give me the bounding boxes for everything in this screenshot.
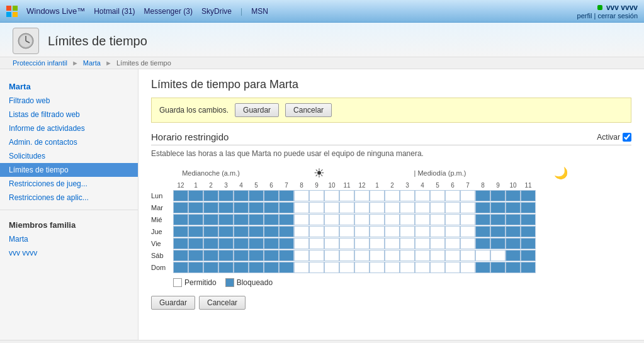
cell-2-13[interactable] xyxy=(370,214,385,225)
cell-3-6[interactable] xyxy=(264,226,279,237)
cell-5-4[interactable] xyxy=(234,250,249,261)
cell-1-3[interactable] xyxy=(218,202,234,213)
cell-5-18[interactable] xyxy=(445,250,460,261)
cell-0-9[interactable] xyxy=(309,190,324,201)
cell-3-21[interactable] xyxy=(490,226,506,237)
cell-1-23[interactable] xyxy=(521,202,536,213)
cell-2-3[interactable] xyxy=(218,214,234,225)
cell-2-17[interactable] xyxy=(430,214,445,225)
cell-1-10[interactable] xyxy=(324,202,339,213)
topbar-messenger[interactable]: Messenger (3) xyxy=(144,7,193,16)
cell-4-17[interactable] xyxy=(430,238,445,249)
cell-0-18[interactable] xyxy=(445,190,460,201)
cell-5-6[interactable] xyxy=(264,250,279,261)
topbar-hotmail[interactable]: Hotmail (31) xyxy=(94,7,135,16)
cell-1-9[interactable] xyxy=(309,202,324,213)
cell-4-9[interactable] xyxy=(309,238,324,249)
cell-6-8[interactable] xyxy=(294,262,309,273)
cell-6-22[interactable] xyxy=(506,262,521,273)
cell-2-16[interactable] xyxy=(415,214,430,225)
cell-0-7[interactable] xyxy=(279,190,294,201)
cell-4-8[interactable] xyxy=(294,238,309,249)
cell-0-12[interactable] xyxy=(354,190,370,201)
cell-5-14[interactable] xyxy=(385,250,400,261)
cell-6-11[interactable] xyxy=(339,262,354,273)
cell-5-1[interactable] xyxy=(188,250,203,261)
cell-6-18[interactable] xyxy=(445,262,460,273)
cell-1-17[interactable] xyxy=(430,202,445,213)
cell-6-14[interactable] xyxy=(385,262,400,273)
cell-4-20[interactable] xyxy=(475,238,490,249)
cell-6-5[interactable] xyxy=(249,262,264,273)
cell-2-5[interactable] xyxy=(249,214,264,225)
cell-2-6[interactable] xyxy=(264,214,279,225)
cell-5-5[interactable] xyxy=(249,250,264,261)
cell-3-8[interactable] xyxy=(294,226,309,237)
cell-3-12[interactable] xyxy=(354,226,370,237)
sidebar-member-vvv[interactable]: vvv vvvv xyxy=(0,246,138,260)
cell-2-7[interactable] xyxy=(279,214,294,225)
cell-4-2[interactable] xyxy=(203,238,218,249)
cell-3-3[interactable] xyxy=(218,226,234,237)
cell-2-18[interactable] xyxy=(445,214,460,225)
cell-5-2[interactable] xyxy=(203,250,218,261)
cell-1-2[interactable] xyxy=(203,202,218,213)
perfil-link[interactable]: perfil xyxy=(577,12,592,20)
cell-1-5[interactable] xyxy=(249,202,264,213)
cell-0-17[interactable] xyxy=(430,190,445,201)
cell-0-19[interactable] xyxy=(460,190,475,201)
cell-0-23[interactable] xyxy=(521,190,536,201)
cell-0-21[interactable] xyxy=(490,190,506,201)
cell-5-21[interactable] xyxy=(490,250,506,261)
cell-0-8[interactable] xyxy=(294,190,309,201)
cell-0-4[interactable] xyxy=(234,190,249,201)
cell-3-4[interactable] xyxy=(234,226,249,237)
sidebar-item-restricciones-aplic[interactable]: Restricciones de aplic... xyxy=(0,191,138,205)
cell-1-16[interactable] xyxy=(415,202,430,213)
cell-1-0[interactable] xyxy=(173,202,188,213)
cell-5-0[interactable] xyxy=(173,250,188,261)
cell-6-4[interactable] xyxy=(234,262,249,273)
cell-6-1[interactable] xyxy=(188,262,203,273)
cell-1-11[interactable] xyxy=(339,202,354,213)
cell-2-1[interactable] xyxy=(188,214,203,225)
cell-2-20[interactable] xyxy=(475,214,490,225)
sidebar-item-informe-actividades[interactable]: Informe de actividades xyxy=(0,121,138,135)
cell-1-21[interactable] xyxy=(490,202,506,213)
cell-0-20[interactable] xyxy=(475,190,490,201)
cell-2-2[interactable] xyxy=(203,214,218,225)
cell-2-15[interactable] xyxy=(400,214,415,225)
cell-5-10[interactable] xyxy=(324,250,339,261)
cell-3-5[interactable] xyxy=(249,226,264,237)
cell-6-7[interactable] xyxy=(279,262,294,273)
sidebar-item-admin-contactos[interactable]: Admin. de contactos xyxy=(0,135,138,149)
cell-3-11[interactable] xyxy=(339,226,354,237)
cell-1-7[interactable] xyxy=(279,202,294,213)
cell-4-14[interactable] xyxy=(385,238,400,249)
cell-5-11[interactable] xyxy=(339,250,354,261)
cell-4-1[interactable] xyxy=(188,238,203,249)
cell-4-23[interactable] xyxy=(521,238,536,249)
cell-3-1[interactable] xyxy=(188,226,203,237)
cell-5-7[interactable] xyxy=(279,250,294,261)
cell-3-9[interactable] xyxy=(309,226,324,237)
cell-0-0[interactable] xyxy=(173,190,188,201)
cell-3-7[interactable] xyxy=(279,226,294,237)
cell-6-12[interactable] xyxy=(354,262,370,273)
cell-6-13[interactable] xyxy=(370,262,385,273)
cell-1-19[interactable] xyxy=(460,202,475,213)
cell-4-12[interactable] xyxy=(354,238,370,249)
breadcrumb-item-1[interactable]: Protección infantil xyxy=(13,59,67,67)
cell-4-4[interactable] xyxy=(234,238,249,249)
cell-0-6[interactable] xyxy=(264,190,279,201)
cell-1-4[interactable] xyxy=(234,202,249,213)
save-button-top[interactable]: Guardar xyxy=(235,103,279,117)
sidebar-item-limites-tiempo[interactable]: Límites de tiempo xyxy=(0,163,138,177)
cell-4-18[interactable] xyxy=(445,238,460,249)
cell-1-14[interactable] xyxy=(385,202,400,213)
cell-0-11[interactable] xyxy=(339,190,354,201)
cell-3-14[interactable] xyxy=(385,226,400,237)
cell-6-23[interactable] xyxy=(521,262,536,273)
cell-6-6[interactable] xyxy=(264,262,279,273)
cell-2-23[interactable] xyxy=(521,214,536,225)
